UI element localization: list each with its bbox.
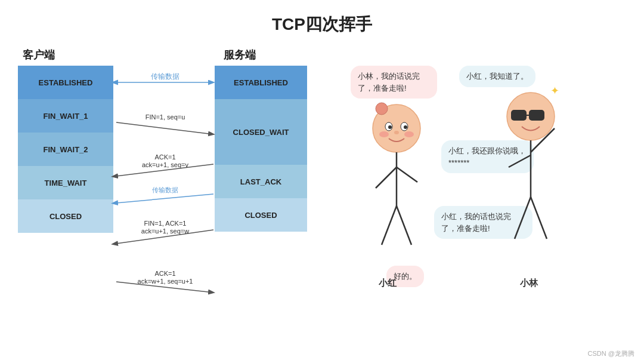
svg-point-21 (404, 131, 414, 137)
svg-point-22 (394, 131, 399, 134)
server-states: ESTABLISHED CLOSED_WAIT LAST_ACK CLOSED (215, 66, 307, 232)
svg-point-15 (376, 103, 388, 115)
svg-text:ack=u+1, seq=w: ack=u+1, seq=w (141, 227, 189, 235)
state-closed-wait: CLOSED_WAIT (215, 99, 307, 165)
col-headers: 客户端 服务端 (18, 48, 328, 62)
svg-text:FIN=1, ACK=1: FIN=1, ACK=1 (144, 220, 187, 227)
svg-line-36 (515, 197, 531, 239)
svg-text:ACK=1: ACK=1 (154, 270, 175, 277)
state-fin-wait1: FIN_WAIT_1 (18, 99, 113, 133)
state-closed-server: CLOSED (215, 198, 307, 232)
svg-text:FIN=1, seq=u: FIN=1, seq=u (145, 113, 185, 121)
svg-line-6 (116, 194, 213, 203)
page-title: TCP四次挥手 (0, 0, 644, 42)
svg-point-20 (379, 131, 389, 137)
svg-text:ACK=1: ACK=1 (154, 153, 175, 161)
svg-text:✦: ✦ (550, 85, 559, 97)
client-states: ESTABLISHED FIN_WAIT_1 FIN_WAIT_2 TIME_W… (18, 66, 113, 233)
label-xiaohong: 小红 (379, 278, 397, 289)
svg-line-3 (116, 164, 213, 176)
svg-text:ack=w+1, seq=u+1: ack=w+1, seq=u+1 (138, 278, 193, 285)
svg-line-37 (531, 197, 547, 239)
svg-text:传输数据: 传输数据 (152, 186, 178, 193)
bubble-xiaolin-talks: 小林，我的话说完了，准备走啦! (351, 66, 437, 99)
svg-line-24 (376, 167, 397, 188)
state-closed-client: CLOSED (18, 199, 113, 233)
svg-rect-31 (529, 110, 544, 121)
svg-point-19 (404, 125, 407, 129)
svg-line-27 (397, 206, 411, 245)
state-established-server: ESTABLISHED (215, 66, 307, 99)
state-fin-wait2: FIN_WAIT_2 (18, 133, 113, 166)
state-time-wait: TIME_WAIT (18, 166, 113, 199)
server-label: 服务端 (224, 48, 256, 62)
svg-line-26 (382, 206, 397, 245)
svg-text:ack=u+1, seq=v: ack=u+1, seq=v (142, 161, 188, 168)
data-transfer-top-label: 传输数据 (151, 72, 179, 81)
svg-line-8 (116, 230, 213, 244)
label-xiaolin: 小林 (520, 278, 538, 289)
svg-line-34 (509, 155, 531, 167)
client-label: 客户端 (18, 48, 122, 62)
svg-line-11 (116, 282, 213, 293)
cartoon-area: 小林，我的话说完了，准备走啦! 小红，我知道了。 小红，我还跟你说哦，*****… (346, 48, 626, 334)
diagram-area: 客户端 服务端 ESTABLISHED FIN_WAIT_1 FIN_WAIT_… (0, 48, 644, 334)
figure-xiaolin: ✦ (498, 84, 569, 269)
figure-xiaohong (364, 96, 429, 269)
watermark: CSDN @龙腾腾 (588, 349, 634, 358)
state-established-client: ESTABLISHED (18, 66, 113, 99)
svg-rect-30 (511, 110, 527, 121)
svg-point-18 (388, 125, 392, 129)
svg-line-25 (397, 167, 417, 182)
tcp-diagram: 客户端 服务端 ESTABLISHED FIN_WAIT_1 FIN_WAIT_… (18, 48, 328, 334)
svg-line-1 (116, 122, 213, 134)
state-last-ack: LAST_ACK (215, 165, 307, 198)
